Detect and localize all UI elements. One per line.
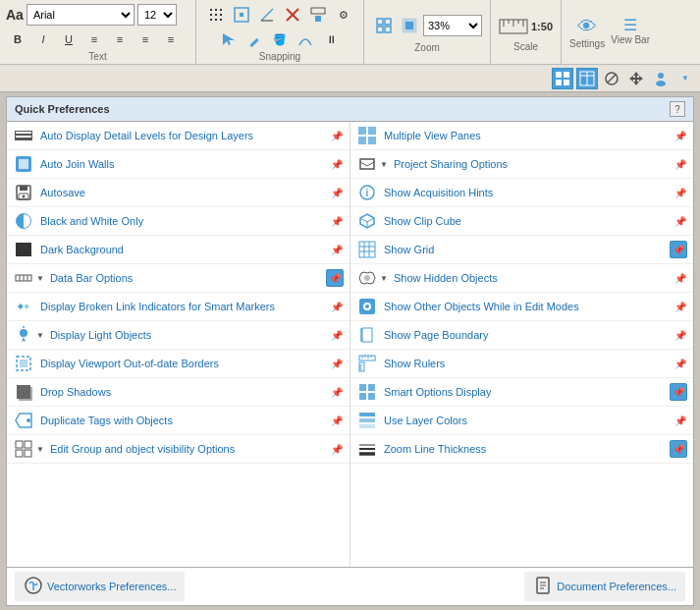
snap-fill-button[interactable]: 🪣 [268, 28, 292, 50]
sharing-pin[interactable]: 📌 [673, 157, 687, 171]
snap-pause-button[interactable]: ⏸ [319, 28, 343, 50]
drop-shadow-pin[interactable]: 📌 [330, 385, 344, 399]
icon-grid-button[interactable] [552, 68, 573, 89]
snap-arc-button[interactable] [294, 28, 317, 50]
clip-cube-pin[interactable]: 📌 [673, 214, 687, 228]
font-dropdown[interactable]: Arial Helvetica Times New Roman [27, 4, 135, 26]
sharing-label[interactable]: Project Sharing Options [394, 158, 668, 170]
hidden-obj-arrow[interactable]: ▼ [380, 274, 388, 283]
auto-display-label[interactable]: Auto Display Detail Levels for Design La… [40, 130, 324, 141]
svg-text:i: i [366, 188, 369, 198]
icon-more-button[interactable]: ▼ [674, 68, 696, 89]
auto-join-label[interactable]: Auto Join Walls [40, 158, 324, 170]
auto-display-pin[interactable]: 📌 [330, 129, 344, 142]
viewport-pin[interactable]: 📌 [330, 357, 344, 370]
autosave-label[interactable]: Autosave [40, 187, 324, 198]
list-item: Auto Display Detail Levels for Design La… [7, 122, 350, 150]
edit-group-arrow[interactable]: ▼ [36, 445, 44, 454]
light-pin[interactable]: 📌 [330, 328, 344, 342]
snap-grid-button[interactable] [204, 4, 228, 26]
data-bar-arrow[interactable]: ▼ [36, 274, 44, 283]
align-center-button[interactable]: ≡ [108, 28, 132, 50]
snap-gear-button[interactable]: ⚙ [332, 4, 355, 26]
svg-rect-84 [362, 328, 372, 342]
broken-link-label[interactable]: Display Broken Link Indicators for Smart… [40, 301, 324, 312]
rulers-label[interactable]: Show Rulers [384, 358, 668, 369]
italic-button[interactable]: I [31, 28, 55, 50]
hidden-obj-pin[interactable]: 📌 [673, 271, 687, 285]
svg-rect-65 [368, 127, 376, 135]
other-obj-label[interactable]: Show Other Objects While in Edit Modes [384, 301, 668, 312]
rulers-pin[interactable]: 📌 [673, 357, 687, 370]
edit-group-pin[interactable]: 📌 [330, 442, 344, 456]
clip-cube-label[interactable]: Show Clip Cube [384, 215, 668, 227]
dup-tags-label[interactable]: Duplicate Tags with Objects [40, 415, 324, 426]
layer-colors-pin[interactable]: 📌 [673, 414, 687, 427]
snap-connect-button[interactable] [306, 4, 330, 26]
settings-label: Settings [569, 38, 605, 49]
document-prefs-button[interactable]: Document Preferences... [524, 572, 685, 601]
dark-bg-pin[interactable]: 📌 [330, 243, 344, 256]
other-obj-pin[interactable]: 📌 [673, 300, 687, 313]
snap-pencil-button[interactable] [242, 28, 266, 50]
acq-hints-label[interactable]: Show Acquisition Hints [384, 187, 668, 198]
autosave-pin[interactable]: 📌 [330, 186, 344, 199]
multi-view-label[interactable]: Multiple View Panes [384, 130, 668, 141]
vectorworks-prefs-button[interactable]: Vectorworks Preferences... [15, 572, 185, 601]
bold-button[interactable]: B [6, 28, 29, 50]
list-item: i Show Acquisition Hints 📌 [350, 179, 693, 207]
icon-table-button[interactable] [576, 68, 598, 89]
layer-colors-label[interactable]: Use Layer Colors [384, 415, 668, 426]
show-grid-label[interactable]: Show Grid [384, 244, 664, 255]
svg-rect-57 [20, 360, 27, 367]
snap-square-button[interactable] [230, 4, 253, 26]
snap-angle-button[interactable] [255, 4, 279, 26]
sharing-arrow[interactable]: ▼ [380, 160, 388, 169]
svg-rect-8 [220, 19, 222, 21]
light-arrow[interactable]: ▼ [36, 331, 44, 340]
drop-shadow-label[interactable]: Drop Shadows [40, 386, 324, 398]
underline-button[interactable]: U [57, 28, 81, 50]
zoom-line-pin[interactable]: 📌 [670, 440, 687, 458]
smart-opts-pin[interactable]: 📌 [670, 383, 687, 401]
zoom-page-button[interactable] [398, 15, 421, 36]
icon-no-button[interactable] [601, 68, 622, 89]
icon-move-button[interactable] [625, 68, 647, 89]
auto-join-pin[interactable]: 📌 [330, 157, 344, 171]
bw-pin[interactable]: 📌 [330, 214, 344, 228]
icon-user-button[interactable] [650, 68, 672, 89]
dup-tags-pin[interactable]: 📌 [330, 414, 344, 427]
justify-button[interactable]: ≡ [159, 28, 183, 50]
edit-group-label[interactable]: Edit Group and object visibility Options [50, 443, 324, 455]
svg-point-42 [656, 81, 666, 86]
hidden-obj-label[interactable]: Show Hidden Objects [394, 272, 668, 284]
zoom-dropdown[interactable]: 33% 50% 100% 200% [423, 15, 482, 36]
snap-cursor-button[interactable] [217, 28, 241, 50]
settings-button[interactable]: 👁 Settings [569, 16, 605, 49]
smart-opts-label[interactable]: Smart Options Display [384, 386, 664, 398]
bw-label[interactable]: Black and White Only [40, 215, 324, 227]
zoom-fit-button[interactable] [372, 15, 396, 36]
help-button[interactable]: ? [670, 101, 685, 117]
data-bar-label[interactable]: Data Bar Options [50, 272, 320, 284]
zoom-line-label[interactable]: Zoom Line Thickness [384, 443, 664, 455]
viewport-label[interactable]: Display Viewport Out-of-date Borders [40, 358, 324, 369]
snap-x-button[interactable] [281, 4, 304, 26]
dark-bg-label[interactable]: Dark Background [40, 244, 324, 255]
page-boundary-label[interactable]: Show Page Boundary [384, 329, 668, 341]
size-dropdown[interactable]: 12 10 14 [137, 4, 177, 26]
acq-hints-pin[interactable]: 📌 [673, 186, 687, 199]
svg-rect-98 [359, 413, 375, 416]
zoom-label: Zoom [414, 42, 440, 53]
broken-link-pin[interactable]: 📌 [330, 300, 344, 313]
viewbar-button[interactable]: ☰ View Bar [611, 16, 650, 49]
align-right-button[interactable]: ≡ [134, 28, 157, 50]
page-boundary-pin[interactable]: 📌 [673, 328, 687, 342]
show-grid-pin[interactable]: 📌 [670, 241, 687, 258]
scale-label: Scale [513, 41, 538, 52]
align-left-button[interactable]: ≡ [82, 28, 106, 50]
data-bar-pin[interactable]: 📌 [326, 269, 344, 287]
list-item: Show Other Objects While in Edit Modes 📌 [350, 293, 693, 321]
multi-view-pin[interactable]: 📌 [673, 129, 687, 142]
light-label[interactable]: Display Light Objects [50, 329, 324, 341]
